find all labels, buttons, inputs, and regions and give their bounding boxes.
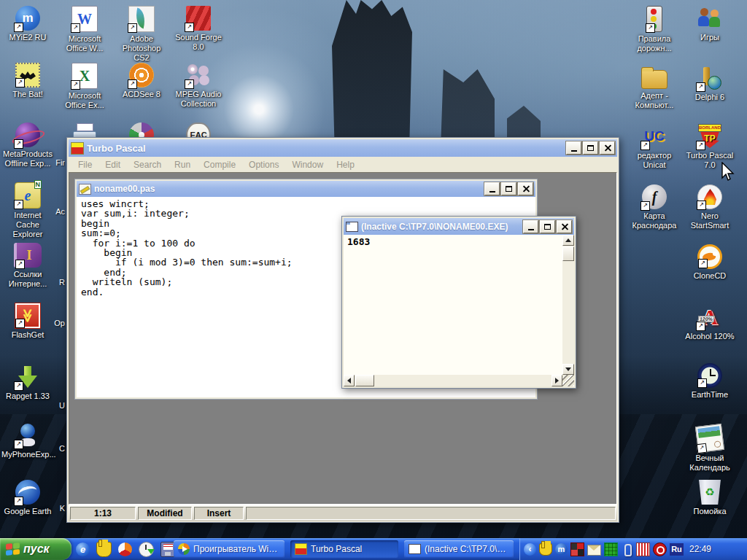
games-icon (697, 6, 722, 31)
shortcut-arrow-icon (71, 23, 80, 33)
desktop-icon-games[interactable]: Игры (684, 6, 736, 42)
console-window-title: (Inactive C:\TP7.0\NONAME00.EXE) (361, 222, 520, 232)
tray-alcohol-icon[interactable] (653, 542, 667, 556)
console-output-area[interactable]: 1683 (344, 235, 562, 375)
horizontal-scroll-thumb[interactable] (355, 375, 374, 386)
desktop-icon-unicat-editor[interactable]: UC редактор Unicat (628, 124, 681, 170)
close-button[interactable] (600, 141, 615, 155)
desktop-icon-label-fragment[interactable]: C (51, 444, 65, 453)
scroll-down-button[interactable] (562, 364, 574, 375)
status-modified: Modified (138, 507, 192, 520)
desktop-icon-earthtime[interactable]: EarthTime (684, 363, 736, 400)
tp-title-bar[interactable]: Turbo Pascal (69, 139, 617, 157)
tray-collapse-chevron-icon[interactable]: ‹ (524, 543, 536, 556)
desktop-icon-myphoneexplorer[interactable]: MyPhoneExp... (1, 423, 54, 459)
menu-compile[interactable]: Compile (197, 160, 242, 170)
resize-grip[interactable] (562, 375, 574, 386)
editor-close-button[interactable] (518, 182, 533, 195)
desktop-icon-label: Ссылки Интерне... (1, 270, 54, 289)
console-close-button[interactable] (557, 220, 572, 233)
taskbar-button-console[interactable]: (Inactive C:\TP7.0\N... (404, 540, 514, 558)
desktop-icon-thebat[interactable]: The Bat! (1, 63, 54, 99)
tray-browser-icon[interactable]: m (555, 543, 568, 556)
pinwheel-quicklaunch-icon[interactable] (118, 542, 132, 556)
editor-title-bar[interactable]: noname00.pas (77, 181, 535, 197)
desktop-icon-ms-word[interactable]: W Microsoft Office W... (58, 6, 111, 53)
taskbar-button-turbo-pascal[interactable]: Turbo Pascal (290, 540, 398, 558)
minimize-button[interactable] (566, 141, 581, 155)
taskbar-button-media-player[interactable]: Проигрыватель Win... (174, 540, 285, 558)
vertical-scroll-thumb[interactable] (562, 246, 574, 261)
internet-browser-quicklaunch-icon[interactable]: e (76, 542, 90, 556)
desktop-icon-traffic-rules[interactable]: Правила дорожн... (628, 6, 681, 53)
desktop-icon-metaproducts[interactable]: MetaProducts Offline Exp... (1, 122, 54, 168)
maximize-icon (506, 186, 512, 192)
desktop-icon-rapget[interactable]: Rapget 1.33 (1, 365, 54, 401)
desktop-icon-internet-links[interactable]: I Ссылки Интерне... (1, 243, 54, 289)
menu-help[interactable]: Help (330, 160, 361, 170)
download-manager-quicklaunch-icon[interactable] (139, 542, 154, 557)
desktop-icon-soundforge[interactable]: Sound Forge 8.0 (172, 6, 225, 52)
desktop-icon-label-fragment[interactable]: Op (51, 319, 65, 327)
desktop-icon-flashget[interactable]: ≫ FlashGet (1, 303, 54, 340)
code-line[interactable]: uses wincrt; (81, 199, 531, 209)
desktop-icon-clonecd[interactable]: CloneCD (684, 244, 736, 281)
editor-maximize-button[interactable] (501, 182, 516, 195)
console-title-bar[interactable]: (Inactive C:\TP7.0\NONAME00.EXE) (344, 218, 574, 235)
desktop-icon-mpeg-audio[interactable]: MPEG Audio Collection (172, 63, 225, 109)
desktop-icon-google-earth[interactable]: Google Earth (1, 480, 54, 516)
shortcut-arrow-icon (697, 378, 707, 388)
tray-mail-icon[interactable] (587, 545, 601, 556)
desktop-icon-photoshop[interactable]: Adobe Photoshop CS2 (115, 6, 168, 63)
flashget-icon: ≫ (15, 303, 40, 328)
tray-dc-hand-icon[interactable] (539, 543, 552, 556)
menu-file[interactable]: File (71, 160, 98, 170)
desktop-icon-label-fragment[interactable]: R (51, 278, 65, 287)
start-button[interactable]: пуск (0, 538, 71, 560)
desktop-icon-turbo-pascal7[interactable]: BORLAND TP Turbo Pascal 7.0 (684, 124, 736, 170)
desktop-icon-label: Адепт - Компьют... (628, 91, 681, 110)
console-maximize-button[interactable] (540, 220, 555, 233)
taskbar-clock[interactable]: 22:49 (689, 544, 711, 554)
desktop-icon-internet-cache-explorer[interactable]: e Internet Cache Explorer (1, 182, 54, 239)
desktop-icon-label-fragment[interactable]: K (51, 504, 65, 513)
desktop-icon-label: Карта Краснодара (628, 211, 681, 230)
desktop-icon-karta-krasnodara[interactable]: f Карта Краснодара (628, 184, 681, 230)
console-minimize-button[interactable] (523, 220, 538, 233)
dc-hand-quicklaunch-icon[interactable] (96, 542, 112, 557)
language-indicator[interactable]: Ru (670, 543, 684, 556)
desktop-icon-acdsee[interactable]: ACDSee 8 (115, 63, 168, 99)
tray-checker-icon[interactable] (570, 542, 584, 556)
system-tray: ‹ m Ru 22:49 (519, 538, 747, 560)
menu-options[interactable]: Options (242, 160, 285, 170)
desktop-icon-recycle-bin[interactable]: ♻ Помойка (684, 480, 736, 516)
menu-window[interactable]: Window (285, 160, 330, 170)
desktop-icon-label-fragment[interactable]: Ac (51, 207, 65, 216)
editor-minimize-button[interactable] (484, 182, 500, 195)
scroll-left-button[interactable] (344, 375, 355, 386)
scroll-right-button[interactable] (551, 375, 562, 386)
desktop-icon-label-fragment[interactable]: U (51, 401, 65, 410)
horizontal-scrollbar[interactable] (344, 375, 562, 386)
desktop-icon-adept-folder[interactable]: Адепт - Компьют... (628, 66, 681, 110)
desktop-icon-ms-excel[interactable]: X Microsoft Office Ex... (58, 63, 111, 110)
desktop-icon-eternal-calendar[interactable]: Вечный Календарь (684, 425, 736, 472)
desktop-icon-nero-startsmart[interactable]: Nero StartSmart (684, 184, 736, 230)
tray-stripes-icon[interactable] (636, 542, 650, 556)
menu-edit[interactable]: Edit (98, 160, 127, 170)
shortcut-arrow-icon (15, 319, 25, 328)
tray-paperclip-icon[interactable] (621, 543, 633, 556)
shortcut-arrow-icon (71, 80, 80, 90)
desktop-icon-alcohol120[interactable]: A 120% Alcohol 120% (684, 305, 736, 341)
menu-search[interactable]: Search (127, 160, 168, 170)
tray-network-grid-icon[interactable] (604, 542, 618, 556)
maximize-button[interactable] (583, 141, 598, 155)
vertical-scrollbar[interactable] (562, 235, 574, 375)
desktop-icon-label-fragment[interactable]: Fir (51, 158, 65, 167)
desktop-icon-delphi6[interactable]: Delphi 6 (684, 66, 736, 102)
scroll-up-button[interactable] (562, 235, 574, 246)
desktop-icon-myie2[interactable]: m MYiE2 RU (1, 6, 54, 42)
console-app-icon (346, 222, 358, 232)
desktop-icon-label: Nero StartSmart (684, 211, 736, 230)
menu-run[interactable]: Run (168, 160, 197, 170)
